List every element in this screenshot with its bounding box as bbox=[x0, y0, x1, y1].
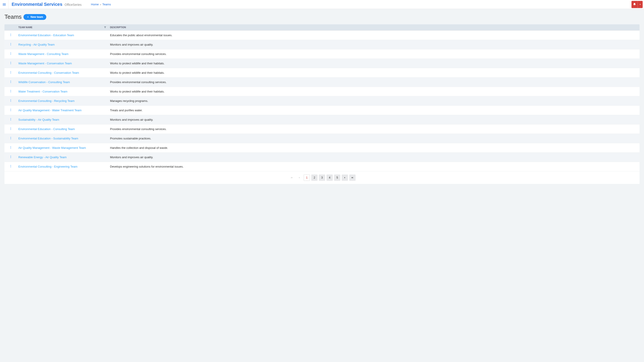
team-name-cell: Recycling - Air Quality Team bbox=[17, 40, 109, 49]
svg-point-37 bbox=[10, 147, 11, 148]
team-link[interactable]: Water Treatment - Conservation Team bbox=[18, 90, 68, 93]
page-number-3[interactable]: 3 bbox=[319, 175, 325, 181]
notifications-button[interactable] bbox=[632, 1, 638, 8]
last-page-icon bbox=[351, 176, 354, 179]
svg-point-43 bbox=[10, 166, 11, 166]
team-name-cell: Water Treatment - Conservation Team bbox=[17, 87, 109, 96]
page-number-1[interactable]: 1 bbox=[304, 175, 310, 181]
row-menu-button[interactable] bbox=[9, 118, 12, 121]
more-vertical-icon bbox=[9, 127, 12, 130]
team-name-cell: Waste Management - Consulting Team bbox=[17, 49, 109, 59]
svg-point-44 bbox=[10, 167, 11, 167]
more-vertical-icon bbox=[9, 33, 12, 36]
row-menu-button[interactable] bbox=[9, 61, 12, 64]
row-actions-cell bbox=[4, 49, 17, 59]
svg-point-20 bbox=[10, 92, 11, 92]
table-row: Wildlife Conservation - Consulting TeamP… bbox=[4, 77, 640, 87]
row-menu-button[interactable] bbox=[9, 108, 12, 111]
team-link[interactable]: Sustainability - Air Quality Team bbox=[18, 118, 59, 121]
team-link[interactable]: Renewable Energy - Air Quality Team bbox=[18, 156, 67, 159]
col-team-name[interactable]: TEAM NAME bbox=[17, 24, 109, 31]
row-actions-cell bbox=[4, 115, 17, 124]
row-menu-button[interactable] bbox=[9, 80, 12, 83]
more-vertical-icon bbox=[9, 90, 12, 93]
team-link[interactable]: Air Quality Management - Water Treatment… bbox=[18, 109, 82, 112]
menu-toggle[interactable] bbox=[0, 0, 8, 9]
team-link[interactable]: Waste Management - Conservation Team bbox=[18, 62, 72, 65]
first-page-icon bbox=[290, 176, 293, 179]
svg-point-0 bbox=[10, 34, 11, 34]
svg-point-32 bbox=[10, 129, 11, 130]
page-next[interactable] bbox=[342, 175, 348, 181]
filter-team-name[interactable] bbox=[104, 26, 106, 29]
new-team-button[interactable]: New team bbox=[24, 14, 46, 20]
more-vertical-icon bbox=[9, 52, 12, 55]
svg-point-19 bbox=[10, 91, 11, 91]
teams-table: TEAM NAME DESCRIPTION Environmental Educ… bbox=[4, 24, 640, 171]
team-link[interactable]: Environmental Education - Education Team bbox=[18, 33, 74, 37]
svg-point-15 bbox=[10, 81, 11, 81]
svg-point-12 bbox=[10, 71, 11, 72]
row-menu-button[interactable] bbox=[9, 146, 12, 149]
brand: Environmental Services OfficeSeries bbox=[8, 2, 82, 7]
page-number-4[interactable]: 4 bbox=[326, 175, 333, 181]
team-name-cell: Air Quality Management - Waste Managemen… bbox=[17, 143, 109, 153]
team-name-cell: Environmental Consulting - Conservation … bbox=[17, 68, 109, 77]
row-menu-button[interactable] bbox=[9, 43, 12, 46]
table-row: Environmental Consulting - Engineering T… bbox=[4, 162, 640, 171]
row-actions-cell bbox=[4, 59, 17, 68]
team-link[interactable]: Environmental Education - Consulting Tea… bbox=[18, 127, 75, 131]
row-menu-button[interactable] bbox=[9, 99, 12, 102]
team-description-cell: Treats and purifies water. bbox=[109, 106, 640, 115]
row-menu-button[interactable] bbox=[9, 137, 12, 140]
page-number-5[interactable]: 5 bbox=[334, 175, 340, 181]
svg-point-29 bbox=[10, 120, 11, 120]
svg-point-39 bbox=[10, 156, 11, 156]
team-link[interactable]: Wildlife Conservation - Consulting Team bbox=[18, 80, 70, 84]
col-description[interactable]: DESCRIPTION bbox=[109, 24, 640, 31]
row-menu-button[interactable] bbox=[9, 90, 12, 93]
team-link[interactable]: Air Quality Management - Waste Managemen… bbox=[18, 146, 86, 149]
row-actions-cell bbox=[4, 87, 17, 96]
team-description-cell: Handles the collection and disposal of w… bbox=[109, 143, 640, 153]
row-menu-button[interactable] bbox=[9, 52, 12, 55]
team-description-cell: Provides environmental consulting servic… bbox=[109, 77, 640, 87]
team-description-cell: Works to protect wildlife and their habi… bbox=[109, 59, 640, 68]
team-name-cell: Environmental Education - Consulting Tea… bbox=[17, 124, 109, 134]
user-menu-toggle[interactable] bbox=[638, 1, 643, 8]
row-menu-button[interactable] bbox=[9, 127, 12, 130]
row-menu-button[interactable] bbox=[9, 33, 12, 36]
svg-point-17 bbox=[10, 82, 11, 83]
more-vertical-icon bbox=[9, 146, 12, 149]
team-link[interactable]: Recycling - Air Quality Team bbox=[18, 43, 54, 46]
svg-point-6 bbox=[10, 52, 11, 53]
page-header: Teams New team bbox=[4, 13, 640, 20]
team-link[interactable]: Environmental Consulting - Conservation … bbox=[18, 71, 79, 74]
team-link[interactable]: Environmental Consulting - Engineering T… bbox=[18, 165, 77, 168]
svg-point-10 bbox=[10, 63, 11, 63]
svg-point-8 bbox=[10, 54, 11, 55]
team-link[interactable]: Environmental Education - Sustainability… bbox=[18, 137, 78, 140]
breadcrumb-home[interactable]: Home bbox=[91, 3, 99, 6]
hamburger-icon bbox=[2, 2, 6, 6]
team-link[interactable]: Waste Management - Consulting Team bbox=[18, 52, 68, 56]
team-description-cell: Promotes sustainable practices. bbox=[109, 134, 640, 143]
row-actions-cell bbox=[4, 68, 17, 77]
svg-point-16 bbox=[10, 81, 11, 82]
team-description-cell: Works to protect wildlife and their habi… bbox=[109, 87, 640, 96]
table-row: Waste Management - Consulting TeamProvid… bbox=[4, 49, 640, 59]
page-first bbox=[288, 175, 295, 181]
team-description-cell: Educates the public about environmental … bbox=[109, 31, 640, 40]
svg-point-9 bbox=[10, 62, 11, 62]
team-link[interactable]: Environmental Consulting - Recycling Tea… bbox=[18, 99, 74, 103]
table-row: Environmental Consulting - Conservation … bbox=[4, 68, 640, 77]
row-menu-button[interactable] bbox=[9, 71, 12, 74]
teams-table-wrap: TEAM NAME DESCRIPTION Environmental Educ… bbox=[4, 24, 640, 184]
row-actions-cell bbox=[4, 124, 17, 134]
row-menu-button[interactable] bbox=[9, 165, 12, 168]
team-name-cell: Wildlife Conservation - Consulting Team bbox=[17, 77, 109, 87]
team-name-cell: Environmental Consulting - Recycling Tea… bbox=[17, 96, 109, 106]
page-number-2[interactable]: 2 bbox=[311, 175, 318, 181]
row-menu-button[interactable] bbox=[9, 155, 12, 158]
page-last[interactable] bbox=[349, 175, 356, 181]
